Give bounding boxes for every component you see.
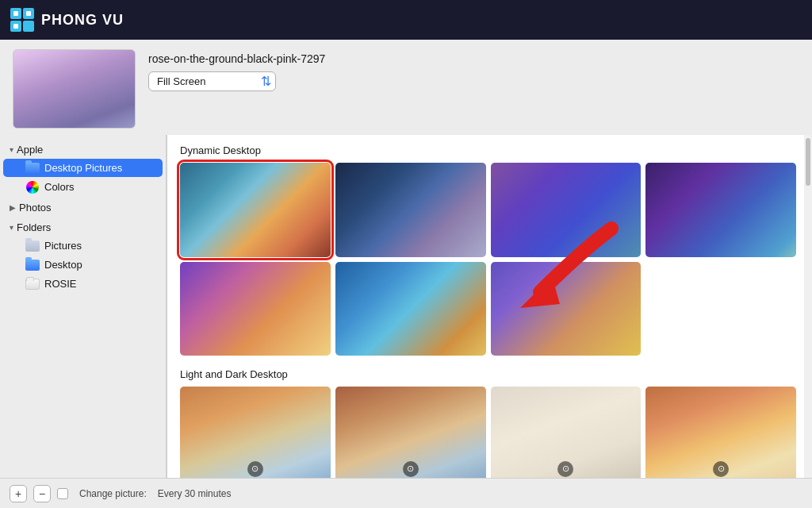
dynamic-desktop-grid (180, 163, 796, 356)
folder-desktop-icon (25, 260, 40, 271)
top-bar: PHONG VU (0, 0, 812, 40)
logo-text: PHONG VU (41, 12, 124, 29)
clock-icon-desert-white: ⊙ (557, 461, 573, 477)
wallpaper-name: rose-on-the-ground-black-pink-7297 (148, 52, 325, 65)
change-picture-row: Change picture: Every 30 minutes (57, 488, 231, 499)
remove-button[interactable]: − (33, 485, 51, 502)
sidebar-category-apple[interactable]: ▾ Apple (0, 141, 166, 158)
sidebar-item-photos-label: Photos (19, 202, 51, 214)
clock-icon-desert-day: ⊙ (247, 461, 263, 477)
add-button[interactable]: + (10, 485, 27, 502)
desktop-folder-icon (25, 260, 40, 271)
sidebar-item-apple-label: Apple (17, 144, 43, 156)
scrollbar-track[interactable] (804, 135, 812, 478)
svg-rect-7 (26, 24, 31, 29)
wallpaper-thumb-desert-day[interactable]: ⊙ (180, 387, 331, 478)
wallpaper-thumb-catalina-day[interactable] (180, 163, 331, 257)
sidebar: ▾ Apple Desktop Pictures Colors (0, 135, 167, 478)
main-panel: rose-on-the-ground-black-pink-7297 Fill … (0, 40, 812, 508)
wallpaper-preview (13, 49, 136, 129)
wallpaper-thumb-catalina-purple[interactable] (491, 163, 642, 257)
light-dark-grid: ⊙ ⊙ ⊙ ⊙ (180, 387, 796, 478)
photos-chevron-icon: ▶ (10, 203, 16, 212)
clock-icon-desert-dusk: ⊙ (403, 461, 419, 477)
sidebar-item-pictures-label: Pictures (44, 240, 82, 252)
sidebar-item-colors-label: Colors (44, 181, 75, 193)
svg-rect-6 (13, 24, 18, 29)
bottom-bar: + − Change picture: Every 30 minutes (0, 478, 812, 508)
sidebar-item-desktop-pictures-label: Desktop Pictures (44, 162, 122, 174)
sidebar-category-photos[interactable]: ▶ Photos (0, 199, 166, 216)
sidebar-item-rosie[interactable]: ROSIE (3, 275, 163, 293)
rosie-folder-icon (25, 279, 40, 290)
thumb-inner-catalina-day (180, 163, 331, 257)
light-dark-label: Light and Dark Desktop (180, 368, 796, 380)
clock-icon-desert-sunset: ⊙ (713, 461, 729, 477)
sidebar-category-folders[interactable]: ▾ Folders (0, 219, 166, 236)
preview-face (13, 50, 135, 128)
wallpaper-thumb-desert-sunset[interactable]: ⊙ (645, 387, 796, 478)
pictures-folder-icon (25, 241, 40, 252)
svg-rect-4 (13, 11, 18, 16)
sidebar-section-folders: ▾ Folders Pictures Desktop (0, 219, 166, 293)
folder-blue-icon (25, 163, 40, 174)
scrollbar-thumb[interactable] (806, 138, 810, 186)
sidebar-item-colors[interactable]: Colors (3, 178, 163, 196)
wallpaper-thumb-abstract-purple[interactable] (180, 262, 331, 356)
sidebar-item-desktop-label: Desktop (44, 259, 82, 271)
change-picture-interval: Every 30 minutes (158, 488, 232, 499)
grid-area: Dynamic Desktop (167, 135, 812, 478)
thumb-inner-abstract-purple (180, 262, 331, 356)
folder-gray-icon (25, 241, 40, 252)
thumb-inner-abstract-sunset (491, 262, 642, 356)
sidebar-section-apple: ▾ Apple Desktop Pictures Colors (0, 141, 166, 196)
thumb-inner-abstract-blue (335, 262, 486, 356)
wallpaper-thumb-catalina-night[interactable] (645, 163, 796, 257)
sidebar-section-photos: ▶ Photos (0, 199, 166, 216)
change-picture-label: Change picture: (79, 488, 147, 499)
thumb-inner-catalina-dusk (335, 163, 486, 257)
desktop-pictures-icon (25, 163, 40, 174)
apple-chevron-icon: ▾ (10, 145, 13, 154)
sidebar-item-desktop-pictures[interactable]: Desktop Pictures (3, 159, 163, 177)
sidebar-item-rosie-label: ROSIE (44, 278, 76, 290)
fill-screen-dropdown[interactable]: Fill Screen Fit to Screen Stretch to Fil… (148, 71, 276, 91)
folder-white-icon (25, 279, 40, 290)
color-wheel-icon (26, 181, 39, 194)
sidebar-item-folders-label: Folders (17, 221, 51, 233)
phong-vu-logo-icon (10, 7, 35, 33)
change-picture-checkbox[interactable] (57, 488, 68, 499)
wallpaper-thumb-catalina-dusk[interactable] (335, 163, 486, 257)
wallpaper-thumb-abstract-blue[interactable] (335, 262, 486, 356)
fill-screen-dropdown-wrapper[interactable]: Fill Screen Fit to Screen Stretch to Fil… (148, 71, 276, 91)
thumb-inner-catalina-purple (491, 163, 642, 257)
sidebar-item-pictures[interactable]: Pictures (3, 237, 163, 255)
svg-rect-5 (26, 11, 31, 16)
logo-area: PHONG VU (10, 7, 124, 33)
wallpaper-thumb-desert-white[interactable]: ⊙ (491, 387, 642, 478)
dropdown-row: Fill Screen Fit to Screen Stretch to Fil… (148, 71, 325, 91)
wallpaper-thumb-abstract-sunset[interactable] (491, 262, 642, 356)
wallpaper-thumb-desert-dusk[interactable]: ⊙ (335, 387, 486, 478)
dynamic-desktop-label: Dynamic Desktop (180, 144, 796, 156)
header-area: rose-on-the-ground-black-pink-7297 Fill … (0, 40, 812, 135)
header-info: rose-on-the-ground-black-pink-7297 Fill … (148, 49, 325, 91)
folders-chevron-icon: ▾ (10, 223, 13, 232)
content-area: ▾ Apple Desktop Pictures Colors (0, 135, 812, 478)
sidebar-item-desktop[interactable]: Desktop (3, 256, 163, 274)
colors-icon (25, 182, 40, 193)
thumb-inner-catalina-night (645, 163, 796, 257)
